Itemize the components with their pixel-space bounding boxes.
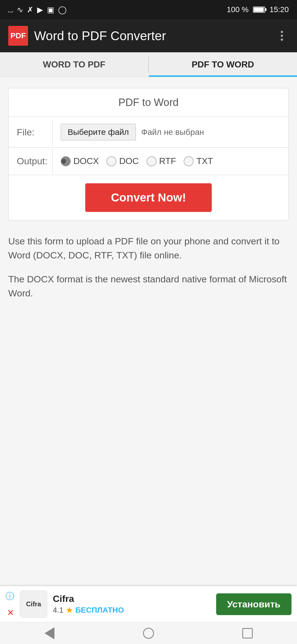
recents-icon [242,628,253,638]
bottom-nav [0,622,297,644]
form-card: PDF to Word File: Выберите файл Файл не … [8,88,289,220]
radio-doc[interactable]: DOC [106,156,139,166]
app-bar-left: PDF Word to PDF Converter [8,26,166,46]
file-field: Выберите файл Файл не выбран [53,117,288,147]
info-paragraph-2: The DOCX format is the newest standard n… [8,272,289,300]
wifi-icon: ∿ [17,5,23,14]
file-row: File: Выберите файл Файл не выбран [9,117,288,148]
bluetooth-icon: ✗ [27,5,33,14]
ad-info-icon[interactable]: ⓘ [6,590,14,602]
ad-text-area: Cifra 4.1 ★ БЕСПЛАТНО [53,593,211,615]
radio-label-doc: DOC [119,156,139,166]
battery-percent: 100 % [227,5,249,14]
convert-row: Convert Now! [9,175,288,220]
radio-circle-rtf [147,156,156,166]
ad-star-icon: ★ [66,605,73,615]
radio-circle-txt [184,156,194,166]
screen-icon: ▣ [47,5,54,14]
ad-free-label: БЕСПЛАТНО [75,606,124,615]
radio-docx[interactable]: DOCX [61,156,99,166]
file-status: Файл не выбран [141,127,204,137]
tab-word-to-pdf[interactable]: WORD TO PDF [0,52,148,77]
ad-close-icon[interactable]: ✕ [7,607,14,618]
ad-rating: 4.1 [53,606,64,615]
status-bar: ⎵ ∿ ✗ ▶ ▣ ◯ 100 % 15:20 [0,0,297,19]
radio-circle-doc [106,156,116,166]
app-title: Word to PDF Converter [34,28,166,43]
app-logo: PDF [8,26,28,46]
choose-file-button[interactable]: Выберите файл [61,124,136,140]
time-display: 15:20 [270,5,289,14]
nav-recents-button[interactable] [237,625,258,642]
output-options: DOCX DOC RTF TXT [53,149,288,173]
sim-icon: ⎵ [8,5,13,14]
back-icon [45,627,54,639]
app-bar: PDF Word to PDF Converter [0,19,297,52]
output-row: Output: DOCX DOC RTF [9,148,288,175]
status-right: 100 % 15:20 [227,5,289,14]
info-paragraph-1: Use this form to upload a PDF file on yo… [8,234,289,262]
ad-logo: Cifra [20,590,47,618]
radio-circle-docx [61,156,71,166]
radio-label-txt: TXT [196,156,213,166]
battery-icon [253,7,265,13]
main-content: PDF to Word File: Выберите файл Файл не … [0,77,297,572]
vibrate-icon: ▶ [37,5,43,14]
radio-rtf[interactable]: RTF [147,156,176,166]
tab-pdf-to-word[interactable]: PDF TO WORD [149,52,297,77]
nav-home-button[interactable] [138,625,160,642]
chrome-icon: ◯ [58,5,67,14]
ad-rating-row: 4.1 ★ БЕСПЛАТНО [53,605,211,615]
nav-back-button[interactable] [38,625,61,642]
radio-label-rtf: RTF [159,156,176,166]
tab-bar: WORD TO PDF PDF TO WORD [0,52,297,77]
home-icon [143,628,154,639]
ad-banner: ⓘ ✕ Cifra Cifra 4.1 ★ БЕСПЛАТНО Установи… [0,586,297,622]
output-label: Output: [9,149,53,173]
radio-label-docx: DOCX [73,156,99,166]
status-icons-left: ⎵ ∿ ✗ ▶ ▣ ◯ [8,5,67,14]
convert-now-button[interactable]: Convert Now! [85,183,212,212]
ad-install-button[interactable]: Установить [216,593,292,615]
file-label: File: [9,120,53,144]
more-options-button[interactable] [275,31,289,41]
radio-txt[interactable]: TXT [184,156,213,166]
ad-app-name: Cifra [53,593,211,604]
form-card-title: PDF to Word [9,88,288,117]
